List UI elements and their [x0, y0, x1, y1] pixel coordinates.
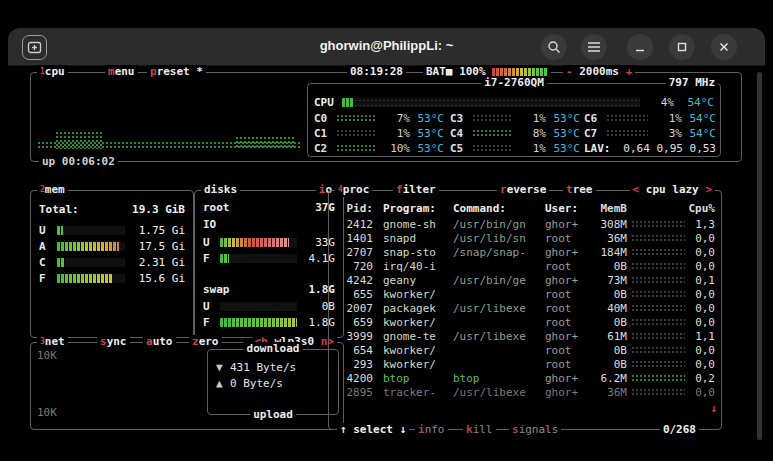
mem-used-row: U 1.75 Gi: [39, 223, 185, 237]
process-row[interactable]: 293kworker/root0B0,0: [335, 357, 715, 371]
net-box-title[interactable]: 3net: [37, 335, 68, 349]
net-scale-top: 10K: [37, 349, 57, 362]
core-row: C0 7% 53°C: [314, 111, 444, 126]
sort-selector[interactable]: < cpu lazy >: [630, 183, 715, 197]
core-mini-graph: [336, 115, 376, 122]
net-auto-toggle[interactable]: auto: [143, 335, 176, 349]
mem-cached-row: C 2.31 Gi: [39, 255, 185, 269]
process-row[interactable]: 720irq/40-iroot0B0,0: [335, 259, 715, 273]
menu-button[interactable]: [581, 34, 607, 60]
process-row[interactable]: 2895tracker-/usr/libexeghor+36M0,0: [335, 385, 715, 399]
cpu-history-graph: [37, 85, 301, 151]
interval-decrease[interactable]: -: [566, 65, 573, 78]
proc-cpu-mini-graph: [631, 333, 685, 340]
process-row[interactable]: 655kworker/root0B0,0: [335, 287, 715, 301]
load-average-row: LAV: 0,64 0,95 0,53: [584, 141, 716, 156]
scroll-down-indicator: ↓: [710, 402, 717, 415]
terminal-content: 1cpu menu preset * 08:19:28 BAT■ 100% - …: [8, 66, 765, 448]
minimize-button[interactable]: [627, 34, 653, 60]
mem-total-row: Total: 19.3 GiB: [39, 203, 185, 216]
process-row[interactable]: 4242geany/usr/bin/geghor+73M0,1: [335, 273, 715, 287]
core-row: C2 10% 53°C: [314, 141, 444, 156]
process-row[interactable]: 2707snap-sto/snap/snap-ghor+184M0,0: [335, 245, 715, 259]
interval-increase[interactable]: +: [626, 65, 633, 78]
proc-cpu-mini-graph: [631, 235, 685, 242]
mem-free-row: F 15.6 Gi: [39, 271, 185, 285]
process-row[interactable]: 3999gnome-te/usr/libexeghor+61M1,1: [335, 329, 715, 343]
disk-swap-free-meter: [220, 318, 297, 327]
proc-cpu-mini-graph: [631, 249, 685, 256]
disk-swap-free-row: F 1.8G: [203, 315, 335, 329]
cpu-frequency: 797 MHz: [666, 76, 718, 90]
cpu-detail-panel: i7-2760QM 797 MHz CPU 4% 54°C C0 7% 53°C: [307, 83, 721, 157]
titlebar[interactable]: ghorwin@PhilippLi: ~: [8, 28, 765, 66]
cpu-total-meter: [342, 98, 640, 107]
core-mini-graph: [472, 115, 512, 122]
process-row[interactable]: 1401snapd/usr/lib/snroot36M0,0: [335, 231, 715, 245]
disk-swap-used-row: U 0B: [203, 299, 335, 313]
proc-cpu-mini-graph: [631, 319, 685, 326]
col-cpu[interactable]: Cpu%: [685, 202, 715, 215]
process-row[interactable]: 2007packagek/usr/libexeroot40M0,0: [335, 301, 715, 315]
cpu-model: i7-2760QM: [481, 76, 547, 90]
mem-cached-meter: [57, 258, 125, 267]
hamburger-icon: [587, 41, 601, 53]
net-scale-bottom: 10K: [37, 406, 57, 419]
process-row-self[interactable]: 4200btopbtopghor+6.2M0,2: [335, 371, 715, 385]
tree-toggle[interactable]: tree: [563, 183, 596, 197]
maximize-button[interactable]: [669, 34, 695, 60]
proc-cpu-mini-graph: [631, 263, 685, 270]
process-count: 0/268: [660, 423, 699, 436]
sort-next[interactable]: >: [705, 183, 712, 196]
col-mem[interactable]: MemB: [589, 202, 627, 215]
process-row[interactable]: 2412gnome-sh/usr/bin/gnghor+308M1,3: [335, 217, 715, 231]
terminal-scrollbar[interactable]: [757, 72, 762, 440]
disk-root-used-row: U 33G: [203, 235, 335, 249]
disk-io-label-row: IO: [203, 217, 335, 231]
core-row: C7 3% 54°C: [584, 126, 716, 141]
download-title: download: [244, 342, 303, 356]
col-program[interactable]: Program:: [383, 202, 447, 215]
mem-box-title[interactable]: 2mem: [37, 183, 68, 197]
col-user[interactable]: User:: [545, 202, 589, 215]
cpu-box-title[interactable]: 1cpu: [37, 65, 68, 79]
arrow-up-icon[interactable]: ↑: [340, 423, 347, 436]
core-mini-graph: [472, 145, 512, 152]
disks-box-title[interactable]: disks: [201, 183, 240, 197]
process-row[interactable]: 654kworker/root0B0,0: [335, 343, 715, 357]
net-zero-toggle[interactable]: zero: [189, 335, 222, 349]
proc-cpu-mini-graph: [631, 277, 685, 284]
sort-prev[interactable]: <: [633, 183, 640, 196]
interval-value: 2000ms: [579, 65, 619, 78]
search-button[interactable]: [541, 34, 567, 60]
core-row: C4 8% 53°C: [450, 126, 580, 141]
core-mini-graph: [472, 130, 512, 137]
mem-box: 2mem Total: 19.3 GiB U 1.75 Gi A 17.5 Gi…: [30, 190, 194, 338]
arrow-down-icon[interactable]: ↓: [400, 423, 407, 436]
reverse-toggle[interactable]: reverse: [497, 183, 549, 197]
preset-toggle[interactable]: preset *: [147, 65, 206, 79]
col-command[interactable]: Command:: [453, 202, 541, 215]
filter-toggle[interactable]: filter: [393, 183, 439, 197]
disk-swap-used-meter: [220, 302, 297, 311]
disk-root-header: root 37G: [203, 201, 335, 214]
net-sync-toggle[interactable]: sync: [97, 335, 130, 349]
battery-label: BAT■: [426, 65, 453, 78]
kill-button[interactable]: kill: [463, 423, 496, 436]
download-speed-row: ▼ 431 Byte/s: [216, 360, 296, 374]
close-button[interactable]: [711, 34, 737, 60]
proc-box-title[interactable]: 4proc: [335, 183, 372, 197]
scrollbar-thumb[interactable]: [757, 72, 762, 440]
core-row: C1 1% 53°C: [314, 126, 444, 141]
core-column-2: C3 1% 53°C C4 8% 53°C C5 1%: [450, 111, 580, 156]
disk-root-free-row: F 4.1G: [203, 251, 335, 265]
core-column-1: C0 7% 53°C C1 1% 53°C C2 10%: [314, 111, 444, 156]
menu-toggle[interactable]: menu: [105, 65, 138, 79]
mem-available-row: A 17.5 Gi: [39, 239, 185, 253]
process-row[interactable]: 659kworker/root0B0,0: [335, 315, 715, 329]
disk-root-used-meter: [220, 238, 297, 247]
info-button[interactable]: info: [415, 423, 448, 436]
signals-button[interactable]: signals: [509, 423, 561, 436]
select-control[interactable]: ↑ select ↓: [337, 423, 409, 436]
col-pid[interactable]: Pid:: [335, 202, 373, 215]
